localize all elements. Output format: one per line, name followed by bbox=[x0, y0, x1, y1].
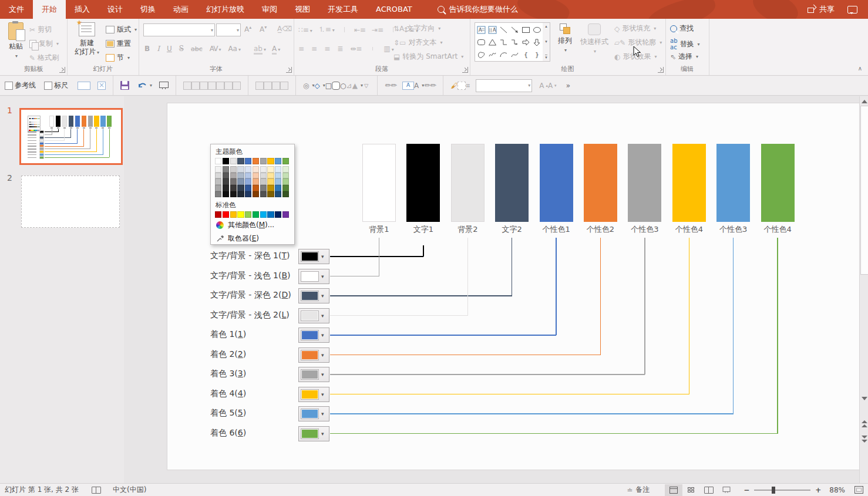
select-button[interactable]: ⇖选择▾ bbox=[670, 52, 698, 62]
theme-color-swatch[interactable] bbox=[215, 158, 221, 164]
theme-variant-swatch[interactable] bbox=[282, 166, 289, 173]
theme-variant-swatch[interactable] bbox=[245, 173, 251, 179]
theme-variant-swatch[interactable] bbox=[253, 185, 259, 191]
standard-color-swatch[interactable] bbox=[237, 211, 244, 218]
layout-button[interactable]: 版式▾ bbox=[106, 25, 137, 35]
standard-color-swatch[interactable] bbox=[223, 211, 229, 218]
justify-button[interactable]: ≣ bbox=[337, 45, 343, 53]
slide1-thumbnail[interactable] bbox=[19, 108, 123, 165]
save-button[interactable] bbox=[120, 81, 129, 90]
close-tool-icon[interactable]: × bbox=[97, 82, 106, 90]
theme-variant-swatch[interactable] bbox=[253, 178, 259, 185]
shape-cell-4[interactable] bbox=[520, 23, 531, 36]
shape-cell-12[interactable] bbox=[476, 48, 487, 60]
shape-cell-1[interactable]: A bbox=[487, 23, 498, 36]
zoom-slider[interactable] bbox=[754, 490, 810, 491]
tell-me-search[interactable]: 告诉我你想要做什么 bbox=[438, 0, 518, 19]
theme-variant-swatch[interactable] bbox=[245, 191, 251, 198]
numbering-button[interactable]: ⒈≡▾ bbox=[318, 25, 335, 35]
slide-area[interactable]: 背景1文字1背景2文字2个性色1个性色2个性色3个性色4个性色3个性色4文字/背… bbox=[167, 103, 859, 470]
theme-variant-swatch[interactable] bbox=[275, 191, 281, 198]
underline-button[interactable]: U bbox=[167, 45, 172, 53]
theme-bar-10[interactable] bbox=[761, 144, 795, 222]
shape-cell-2[interactable] bbox=[498, 23, 509, 36]
theme-variant-swatch[interactable] bbox=[230, 173, 237, 179]
clear-formatting-button[interactable]: A̲⌫ bbox=[277, 25, 292, 33]
zoom-in-button[interactable]: + bbox=[815, 486, 821, 494]
theme-variant-swatch[interactable] bbox=[215, 178, 221, 185]
align-left-edge-icon[interactable] bbox=[200, 82, 208, 90]
theme-variant-swatch[interactable] bbox=[260, 191, 267, 198]
text-direction-button[interactable]: ⇅A文字方向▾ bbox=[393, 23, 440, 33]
clipboard-dialog-launcher[interactable] bbox=[59, 67, 65, 73]
eyedropper-outline-icon[interactable]: ✐ bbox=[391, 82, 396, 90]
shape-cell-16[interactable]: { bbox=[520, 48, 531, 60]
standard-color-swatch[interactable] bbox=[253, 211, 259, 218]
ribbon-tab-设计[interactable]: 设计 bbox=[99, 0, 132, 19]
comments-icon[interactable] bbox=[847, 6, 857, 14]
notes-button[interactable]: ≐ 备注 bbox=[627, 485, 650, 495]
align-center-h-icon[interactable] bbox=[216, 82, 224, 90]
vertical-scrollbar[interactable] bbox=[859, 96, 868, 483]
align-right-edge-icon[interactable] bbox=[208, 82, 216, 90]
font-color-button[interactable]: A▾ bbox=[272, 45, 280, 53]
theme-color-swatch[interactable] bbox=[260, 158, 267, 164]
shape-cell-11[interactable] bbox=[531, 36, 543, 48]
theme-variant-swatch[interactable] bbox=[267, 191, 274, 198]
shape-cell-5[interactable] bbox=[531, 23, 543, 36]
merge-shapes-icon[interactable]: ◎▾ bbox=[303, 82, 315, 90]
theme-variant-swatch[interactable] bbox=[223, 185, 229, 191]
reading-view-button[interactable] bbox=[700, 484, 718, 496]
scheme-color-dropdown[interactable]: ▾ bbox=[298, 367, 329, 382]
standard-color-swatch[interactable] bbox=[282, 211, 289, 218]
theme-variant-swatch[interactable] bbox=[260, 178, 267, 185]
flip-icon[interactable]: ⊿▲▾ bbox=[346, 82, 363, 90]
theme-variant-swatch[interactable] bbox=[215, 166, 221, 173]
scheme-color-dropdown[interactable]: ▾ bbox=[298, 249, 329, 264]
theme-variant-swatch[interactable] bbox=[230, 166, 237, 173]
share-button[interactable]: 共享 bbox=[808, 4, 835, 15]
theme-variant-swatch[interactable] bbox=[230, 178, 237, 185]
paste-button[interactable]: 粘贴▾ bbox=[2, 22, 29, 60]
scroll-up-icon[interactable] bbox=[862, 100, 867, 103]
theme-variant-swatch[interactable] bbox=[245, 178, 251, 185]
section-button[interactable]: 节▾ bbox=[106, 53, 130, 63]
bullets-button[interactable]: ∷≡▾ bbox=[298, 26, 312, 34]
strikethrough-button[interactable]: S bbox=[179, 45, 184, 53]
theme-variant-swatch[interactable] bbox=[223, 173, 229, 179]
shape-cell-9[interactable] bbox=[509, 36, 520, 48]
theme-variant-swatch[interactable] bbox=[282, 173, 289, 179]
shape-fill-button[interactable]: ◇̣形状填充▾ bbox=[614, 23, 656, 33]
shape-cell-13[interactable] bbox=[487, 48, 498, 60]
theme-variant-swatch[interactable] bbox=[267, 185, 274, 191]
theme-color-swatch[interactable] bbox=[237, 158, 244, 164]
ribbon-tab-动画[interactable]: 动画 bbox=[164, 0, 197, 19]
theme-variant-swatch[interactable] bbox=[237, 173, 244, 179]
theme-variant-swatch[interactable] bbox=[275, 178, 281, 185]
convert-smartart-button[interactable]: ⬓转换为 SmartArt▾ bbox=[393, 52, 463, 62]
ribbon-tab-切换[interactable]: 切换 bbox=[132, 0, 164, 19]
theme-variant-swatch[interactable] bbox=[230, 185, 237, 191]
standard-color-swatch[interactable] bbox=[215, 211, 221, 218]
standard-color-swatch[interactable] bbox=[260, 211, 267, 218]
theme-variant-swatch[interactable] bbox=[282, 191, 289, 198]
ribbon-tab-文件[interactable]: 文件 bbox=[0, 0, 33, 19]
ribbon-tab-插入[interactable]: 插入 bbox=[66, 0, 99, 19]
slide-sorter-view-button[interactable] bbox=[682, 484, 700, 496]
theme-variant-swatch[interactable] bbox=[223, 191, 229, 198]
send-backward-icon[interactable] bbox=[264, 82, 272, 90]
find-button[interactable]: 查找 bbox=[670, 23, 694, 33]
scheme-color-dropdown[interactable]: ▾ bbox=[298, 387, 329, 402]
abc-strikethrough-button[interactable]: abc bbox=[191, 45, 203, 53]
more-colors-item[interactable]: 其他颜色(M)... bbox=[211, 218, 294, 231]
ribbon-tab-审阅[interactable]: 审阅 bbox=[253, 0, 286, 19]
shape-cell-17[interactable]: } bbox=[531, 48, 543, 60]
standard-color-swatch[interactable] bbox=[267, 211, 274, 218]
theme-variant-swatch[interactable] bbox=[267, 173, 274, 179]
theme-variant-swatch[interactable] bbox=[260, 166, 267, 173]
scheme-color-dropdown[interactable]: ▾ bbox=[298, 328, 329, 343]
previous-slide-icon2[interactable] bbox=[862, 424, 867, 427]
quick-grow-font-icon[interactable]: A▴ bbox=[539, 82, 548, 90]
grid-settings-icon[interactable] bbox=[78, 82, 90, 90]
shape-cell-10[interactable] bbox=[520, 36, 531, 48]
